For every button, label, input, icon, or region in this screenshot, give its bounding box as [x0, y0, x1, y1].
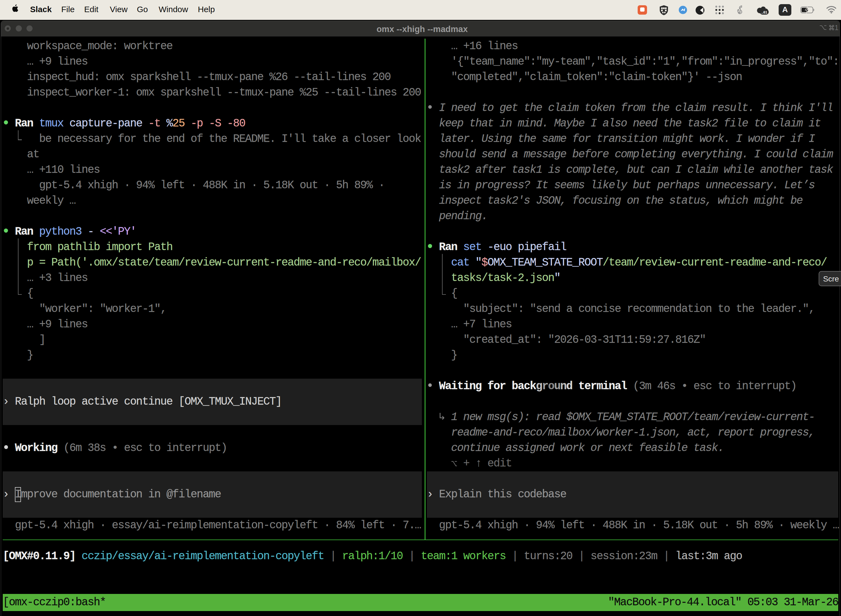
svg-text:1: 1	[835, 24, 838, 31]
svg-text:..61: ..61	[761, 10, 767, 14]
